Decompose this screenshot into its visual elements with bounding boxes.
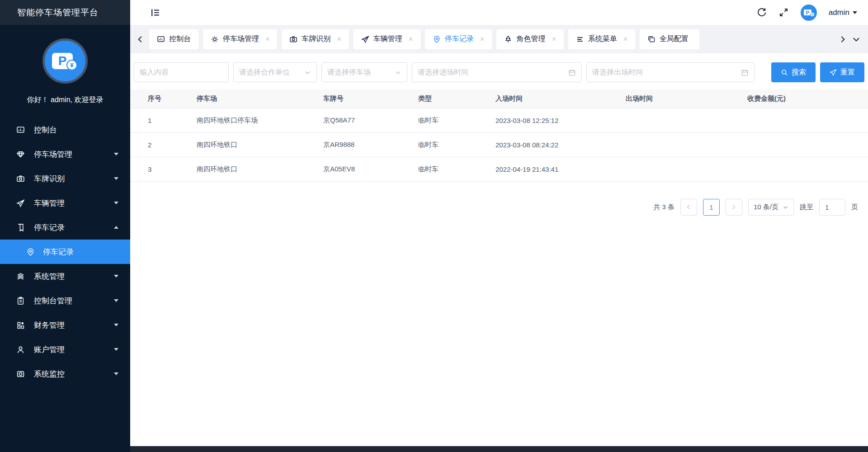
chevron-left-icon <box>685 204 692 210</box>
prev-page-button[interactable] <box>680 199 697 216</box>
page-size-select[interactable]: 10 条/页 <box>748 199 794 216</box>
send-icon <box>830 69 837 76</box>
chevron-down-icon <box>783 204 788 210</box>
column-header: 出场时间 <box>608 89 730 108</box>
tabs-scroll-right-chevron-icon[interactable] <box>838 35 847 44</box>
avatar-yen-icon: ¥ <box>810 12 815 17</box>
table-cell <box>730 132 868 157</box>
table-row[interactable]: 3 南四环地铁口 京A05EV8 临时车 2022-04-19 21:43:41 <box>130 157 868 181</box>
table-cell <box>730 108 868 132</box>
close-icon[interactable]: × <box>265 36 269 43</box>
calendar-icon <box>568 69 576 76</box>
close-icon[interactable]: × <box>409 36 413 43</box>
table-cell <box>608 108 730 132</box>
close-icon[interactable]: × <box>623 36 627 43</box>
parking-lot-select[interactable]: 请选择停车场 <box>321 62 407 82</box>
tab-parking-lot-mgmt[interactable]: 停车场管理 × <box>203 29 277 49</box>
next-page-button[interactable] <box>726 199 742 216</box>
camera-icon <box>16 174 26 183</box>
sidebar-menu: 控制台 停车场管理 车牌识别 车辆管理 <box>0 118 130 386</box>
sidebar-item-plate-recognition[interactable]: 车牌识别 <box>0 166 130 191</box>
sidebar-item-account-mgmt[interactable]: 账户管理 <box>0 337 130 362</box>
table-cell: 临时车 <box>401 132 478 157</box>
table-cell: 临时车 <box>401 157 478 181</box>
table-cell: 2023-03-08 12:25:12 <box>478 108 608 132</box>
tab-global-config[interactable]: 全局配置 <box>640 29 699 49</box>
reset-button-label: 重置 <box>840 68 855 77</box>
records-table: 序号 停车场 车牌号 类型 入场时间 出场时间 收费金额(元) 1 南四环地铁口… <box>130 89 868 182</box>
tabs-scroll-left-chevron-icon[interactable] <box>136 35 145 44</box>
tabs-menu-chevron-down-icon[interactable] <box>852 35 861 44</box>
sidebar-item-label: 停车场管理 <box>34 149 72 160</box>
exit-time-picker[interactable]: 请选择出场时间 <box>586 62 755 82</box>
sidebar-item-console-mgmt[interactable]: 控制台管理 <box>0 288 130 313</box>
sidebar-item-parking-records[interactable]: 停车记录 <box>0 215 130 240</box>
user-dropdown[interactable]: admin <box>829 8 857 17</box>
tab-vehicle-mgmt[interactable]: 车辆管理 × <box>354 29 420 49</box>
tab-dashboard[interactable]: 控制台 <box>149 29 198 49</box>
close-icon[interactable]: × <box>552 36 556 43</box>
avatar[interactable]: P ¥ <box>801 5 817 21</box>
jump-page-input[interactable] <box>819 199 845 216</box>
sidebar-item-vehicle-mgmt[interactable]: 车辆管理 <box>0 191 130 215</box>
sidebar-item-label: 账户管理 <box>34 344 65 355</box>
table-cell: 京A05EV8 <box>306 157 401 181</box>
table-row[interactable]: 2 南四环地铁口 京AR9888 临时车 2023-03-08 08:24:22 <box>130 132 868 157</box>
page-number-button[interactable]: 1 <box>703 199 720 216</box>
entry-time-placeholder: 请选择进场时间 <box>418 68 568 77</box>
main-area: P ¥ admin 控制台 停车场管理 × <box>130 0 868 452</box>
table-cell: 2023-03-08 08:24:22 <box>478 132 608 157</box>
caret-down-icon <box>853 11 857 14</box>
user-icon <box>16 345 26 354</box>
page-unit-label: 页 <box>851 203 858 212</box>
table-row[interactable]: 1 南四环地铁口停车场 京Q58A77 临时车 2023-03-08 12:25… <box>130 108 868 132</box>
tabbar: 控制台 停车场管理 × 车牌识别 × 车辆管理 × 停车记录 × <box>130 25 868 53</box>
sidebar-item-label: 控制台管理 <box>34 296 72 306</box>
chevron-down-icon <box>114 275 118 278</box>
tab-label: 停车场管理 <box>223 34 259 44</box>
menu-fold-icon[interactable] <box>150 7 161 18</box>
exit-time-placeholder: 请选择出场时间 <box>592 68 741 77</box>
reset-button[interactable]: 重置 <box>820 62 864 82</box>
dashboard-icon <box>16 126 26 134</box>
sidebar-item-parking-lot-mgmt[interactable]: 停车场管理 <box>0 142 130 166</box>
table-cell: 3 <box>130 157 179 181</box>
table-header-row: 序号 停车场 车牌号 类型 入场时间 出场时间 收费金额(元) <box>130 89 868 108</box>
search-button[interactable]: 搜索 <box>771 62 816 82</box>
tab-label: 车牌识别 <box>302 34 330 44</box>
sidebar-item-label: 系统管理 <box>34 271 65 282</box>
tab-strip: 控制台 停车场管理 × 车牌识别 × 车辆管理 × 停车记录 × <box>149 29 834 49</box>
keyword-input[interactable] <box>134 62 229 82</box>
table-cell: 南四环地铁口 <box>179 157 306 181</box>
refresh-icon[interactable] <box>756 7 767 18</box>
chevron-down-icon <box>114 324 118 326</box>
sidebar-item-system-monitor[interactable]: 系统监控 <box>0 362 130 386</box>
sidebar-subitem-parking-records-active[interactable]: 停车记录 <box>0 240 130 264</box>
app-title: 智能停车场管理平台 <box>0 0 130 25</box>
greeting-text: 你好！ admin, 欢迎登录 <box>0 95 130 105</box>
table-cell <box>608 132 730 157</box>
sidebar-item-finance-mgmt[interactable]: 财务管理 <box>0 313 130 337</box>
column-header: 停车场 <box>179 89 306 108</box>
entry-time-picker[interactable]: 请选择进场时间 <box>412 62 582 82</box>
sidebar-item-dashboard[interactable]: 控制台 <box>0 118 130 142</box>
table-cell: 京AR9888 <box>306 132 401 157</box>
search-icon <box>781 69 788 76</box>
tab-label: 车辆管理 <box>373 34 402 44</box>
tab-role-mgmt[interactable]: 角色管理 × <box>496 29 563 49</box>
close-icon[interactable]: × <box>337 36 341 43</box>
close-icon[interactable]: × <box>480 36 484 43</box>
tab-plate-recognition[interactable]: 车牌识别 × <box>282 29 349 49</box>
tab-parking-records-active[interactable]: 停车记录 × <box>425 29 492 49</box>
table-cell: 2022-04-19 21:43:41 <box>478 157 608 181</box>
table-cell: 南四环地铁口停车场 <box>179 108 306 132</box>
yen-icon: ¥ <box>66 60 77 71</box>
fullscreen-icon[interactable] <box>778 7 789 18</box>
partner-select[interactable]: 请选择合作单位 <box>233 62 317 82</box>
column-header: 入场时间 <box>478 89 608 108</box>
sidebar-item-system-mgmt[interactable]: 系统管理 <box>0 264 130 288</box>
parking-lot-select-placeholder: 请选择停车场 <box>327 68 395 77</box>
tab-system-menu[interactable]: 系统菜单 × <box>568 29 635 49</box>
chevron-down-icon <box>304 69 311 76</box>
pagination: 共 3 条 1 10 条/页 跳至 页 <box>130 182 868 216</box>
